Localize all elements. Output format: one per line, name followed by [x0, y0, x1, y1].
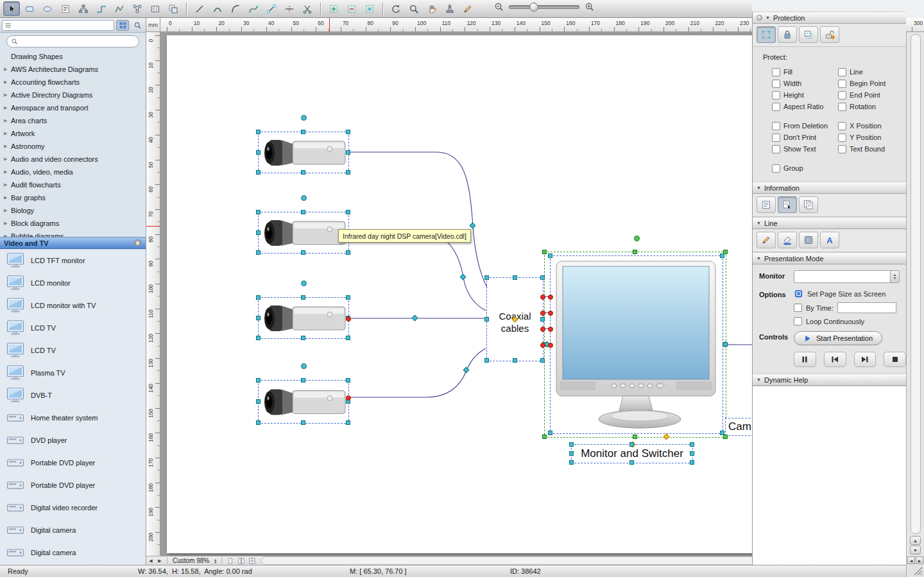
coaxial-cables-label-shape[interactable]: Coaxial cables: [486, 277, 543, 361]
selection-handle[interactable]: [690, 460, 694, 465]
video-tv-shape-item[interactable]: LCD TV: [0, 339, 146, 361]
checkbox-show-text[interactable]: [772, 145, 780, 153]
info-note-button[interactable]: [778, 196, 797, 213]
lock-button[interactable]: [778, 26, 797, 43]
selection-handle[interactable]: [513, 275, 517, 280]
connection-point[interactable]: [548, 343, 553, 348]
prev-page-button[interactable]: ◀: [146, 557, 155, 565]
video-tv-shape-item[interactable]: LCD monitor: [0, 271, 146, 294]
selection-handle[interactable]: [301, 130, 305, 134]
selection-handle[interactable]: [346, 378, 350, 383]
selection-handle[interactable]: [301, 250, 305, 255]
selection-handle[interactable]: [256, 399, 261, 404]
connection-point[interactable]: [540, 295, 545, 300]
selection-handle[interactable]: [256, 378, 261, 383]
video-tv-shape-item[interactable]: Home theater system: [0, 406, 146, 429]
collapse-triangle-icon[interactable]: ▼: [766, 15, 770, 20]
pan-tool-button[interactable]: [424, 1, 440, 16]
library-item[interactable]: ▶AWS Architecture Diagrams: [0, 63, 146, 76]
stop-button[interactable]: [884, 352, 906, 367]
selection-handle[interactable]: [346, 336, 350, 340]
split-tool-button[interactable]: [281, 1, 298, 16]
collapse-triangle-icon[interactable]: ▼: [757, 377, 761, 382]
selection-handle[interactable]: [542, 435, 547, 439]
disclosure-triangle-icon[interactable]: ▶: [4, 144, 11, 149]
line-panel-header[interactable]: ▼ Line: [753, 217, 906, 229]
library-item[interactable]: Drawing Shapes: [0, 50, 146, 63]
selection-handle[interactable]: [723, 435, 728, 439]
select-tool-button[interactable]: [3, 1, 20, 16]
disclosure-triangle-icon[interactable]: ▶: [4, 157, 11, 162]
selection-handle[interactable]: [633, 435, 637, 439]
camera-shape-3[interactable]: [258, 297, 349, 339]
bezier-tool-button[interactable]: [245, 1, 262, 16]
protect-frame-button[interactable]: [799, 26, 818, 43]
connection-point[interactable]: [548, 327, 553, 332]
selection-handle[interactable]: [256, 230, 261, 235]
facing-pages-view-button[interactable]: [235, 556, 246, 565]
zoom-level-label[interactable]: Custom 98%: [170, 557, 212, 564]
selection-handle[interactable]: [484, 275, 489, 280]
zoom-tool-button[interactable]: [406, 1, 422, 16]
information-panel-header[interactable]: ▼ Information: [753, 182, 906, 194]
video-tv-shape-item[interactable]: Plasma TV: [0, 361, 146, 384]
checkbox-width[interactable]: [772, 80, 780, 88]
library-search-button[interactable]: [131, 20, 144, 31]
connection-point[interactable]: [548, 311, 553, 316]
selection-handle[interactable]: [548, 254, 552, 258]
presentation-panel-header[interactable]: ▼ Presentation Mode: [753, 252, 906, 264]
polyline-tool-button[interactable]: [111, 1, 128, 16]
tree-tool-button[interactable]: [75, 1, 92, 16]
pencil-tool-button[interactable]: [459, 1, 476, 16]
video-tv-panel-header[interactable]: Video and TV: [0, 237, 146, 249]
checkbox-line[interactable]: [838, 68, 846, 76]
rotation-handle[interactable]: [301, 115, 307, 121]
library-item[interactable]: ▶Bar graphs: [0, 191, 146, 204]
resize-grip-icon[interactable]: [914, 567, 923, 576]
ink-color-button[interactable]: [778, 232, 797, 248]
checkbox-begin-point[interactable]: [838, 80, 846, 88]
stepper-arrows-icon[interactable]: ▲▼: [890, 271, 899, 282]
protection-panel-header[interactable]: ▼ Protection: [753, 12, 906, 24]
arc-tool-button[interactable]: [227, 1, 244, 16]
grid-view-button[interactable]: [116, 20, 129, 31]
rotation-handle[interactable]: [301, 280, 307, 286]
rotation-handle[interactable]: [301, 363, 307, 369]
remove-point-tool-button[interactable]: [343, 1, 360, 16]
connector-tool-button[interactable]: [93, 1, 110, 16]
close-icon[interactable]: [133, 239, 142, 248]
connection-point[interactable]: [548, 295, 553, 300]
disclosure-triangle-icon[interactable]: ▶: [4, 67, 11, 72]
disclosure-triangle-icon[interactable]: ▶: [4, 221, 11, 226]
scroll-right-button[interactable]: ▶: [916, 556, 923, 564]
checkbox-fill[interactable]: [772, 68, 780, 76]
library-item[interactable]: ▶Audio, video, media: [0, 166, 146, 178]
selection-handle[interactable]: [484, 317, 489, 322]
handles-tool-button[interactable]: [263, 1, 280, 16]
zoom-out-icon[interactable]: [494, 2, 504, 12]
panel-dot-icon[interactable]: [757, 15, 762, 21]
zoom-stepper[interactable]: ▲▼: [212, 558, 219, 564]
disclosure-triangle-icon[interactable]: ▶: [4, 195, 11, 200]
library-item[interactable]: ▶Aerospace and transport: [0, 101, 146, 114]
selection-handle[interactable]: [346, 170, 350, 175]
camera-shape-1[interactable]: [258, 132, 349, 173]
video-tv-shape-item[interactable]: Digital camera: [0, 541, 146, 564]
video-tv-shape-item[interactable]: Portable DVD player: [0, 474, 146, 496]
camera-shape-2[interactable]: [258, 212, 349, 254]
zoom-slider-thumb[interactable]: [529, 3, 538, 12]
monitor-select[interactable]: ▲▼: [794, 270, 900, 283]
checkbox-by-time[interactable]: [794, 304, 802, 312]
video-tv-shape-item[interactable]: DVD player: [0, 429, 146, 451]
selection-handle[interactable]: [629, 460, 634, 465]
scroll-down-button[interactable]: ▼: [910, 546, 921, 555]
selection-handle[interactable]: [569, 451, 574, 456]
connection-point[interactable]: [540, 327, 545, 332]
disclosure-triangle-icon[interactable]: ▶: [4, 118, 11, 123]
connection-point[interactable]: [540, 343, 545, 348]
font-color-button[interactable]: A: [820, 232, 839, 248]
selection-handle[interactable]: [484, 358, 489, 363]
selection-handle[interactable]: [346, 150, 350, 155]
add-point-tool-button[interactable]: [325, 1, 342, 16]
next-page-button[interactable]: ▶: [155, 557, 164, 565]
